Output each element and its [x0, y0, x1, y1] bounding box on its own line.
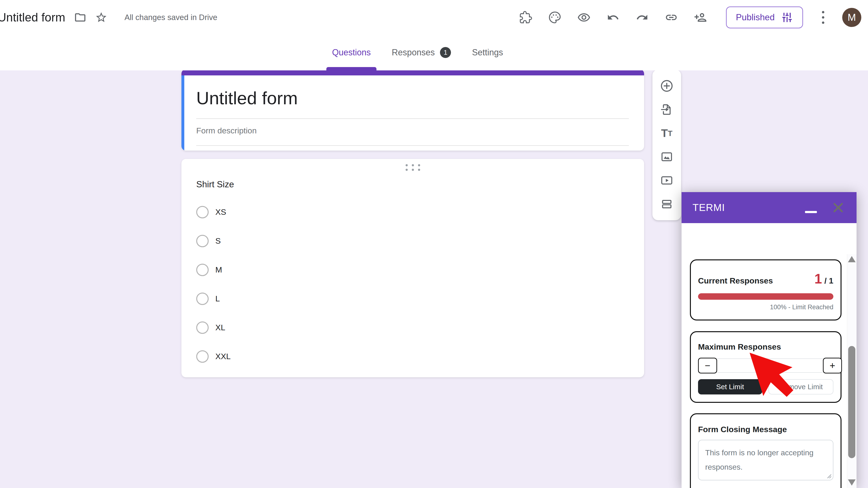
- more-options-button[interactable]: [818, 11, 828, 24]
- decrement-button[interactable]: −: [698, 358, 717, 373]
- drag-handle[interactable]: [405, 164, 421, 171]
- kebab-dot: [822, 16, 824, 19]
- closing-message-textarea[interactable]: This form is no longer accepting respons…: [698, 440, 833, 480]
- limit-value-input[interactable]: [717, 358, 823, 373]
- active-tab-underline: [326, 67, 376, 70]
- option-row: S: [196, 226, 644, 255]
- topbar-actions: Published M: [518, 6, 868, 28]
- eye-preview-icon: [577, 11, 591, 24]
- option-row: XXL: [196, 342, 644, 371]
- kebab-dot: [822, 11, 824, 13]
- option-row: L: [196, 284, 644, 313]
- form-title-input[interactable]: Untitled form: [196, 88, 644, 108]
- add-collaborators-button[interactable]: [693, 10, 708, 25]
- progress-bar: [698, 293, 833, 300]
- progress-fill: [698, 293, 833, 300]
- radio-icon[interactable]: [196, 206, 209, 218]
- person-add-icon: [694, 11, 707, 24]
- scroll-down-arrow-icon[interactable]: [848, 479, 856, 486]
- radio-icon[interactable]: [196, 235, 209, 247]
- panel-title: TERMI: [692, 202, 725, 213]
- import-file-icon: [660, 103, 674, 116]
- close-icon: [832, 202, 844, 214]
- current-responses-card: Current Responses 1 / 1 100% - Limit Rea…: [690, 259, 841, 321]
- close-button[interactable]: [831, 200, 845, 215]
- undo-button[interactable]: [606, 10, 620, 25]
- form-closing-message-card: Form Closing Message This form is no lon…: [690, 413, 841, 488]
- document-title[interactable]: Untitled form: [0, 10, 65, 24]
- redo-icon: [636, 11, 648, 24]
- add-title-button[interactable]: TT: [658, 125, 675, 142]
- save-status: All changes saved in Drive: [124, 13, 217, 22]
- panel-scrollbar[interactable]: [847, 254, 857, 488]
- increment-button[interactable]: +: [823, 358, 842, 373]
- count-limit: / 1: [824, 276, 833, 285]
- radio-icon[interactable]: [196, 350, 209, 363]
- video-icon: [660, 174, 674, 187]
- import-questions-button[interactable]: [658, 101, 675, 118]
- google-forms-editor: Untitled form All changes saved in Drive: [0, 0, 868, 488]
- copy-link-button[interactable]: [664, 10, 679, 25]
- scroll-up-arrow-icon[interactable]: [848, 256, 856, 262]
- section-icon: [660, 197, 674, 211]
- remove-limit-button[interactable]: Remove Limit: [769, 379, 834, 394]
- tabs-bar: Questions Responses 1 Settings: [0, 35, 868, 70]
- divider: [196, 145, 629, 146]
- closing-message-label: Form Closing Message: [698, 425, 833, 434]
- tab-questions[interactable]: Questions: [326, 35, 376, 70]
- account-avatar[interactable]: M: [842, 8, 861, 27]
- question-card: Shirt Size XS S M L XL: [181, 159, 644, 377]
- question-title[interactable]: Shirt Size: [196, 180, 644, 190]
- kebab-dot: [822, 22, 824, 24]
- tab-settings[interactable]: Settings: [466, 35, 509, 70]
- top-bar: Untitled form All changes saved in Drive: [0, 0, 868, 35]
- option-row: XS: [196, 198, 644, 226]
- radio-icon[interactable]: [196, 264, 209, 276]
- termi-addon-panel: TERMI Current Responses 1 / 1 100% -: [682, 192, 857, 488]
- palette-icon: [548, 11, 561, 24]
- minimize-button[interactable]: [804, 200, 818, 215]
- avatar-initial: M: [848, 12, 856, 23]
- form-header-card: Untitled form Form description: [181, 69, 644, 151]
- option-row: M: [196, 255, 644, 284]
- redo-button[interactable]: [635, 10, 650, 25]
- add-section-button[interactable]: [658, 195, 675, 213]
- panel-body: Current Responses 1 / 1 100% - Limit Rea…: [682, 223, 857, 488]
- set-limit-button[interactable]: Set Limit: [698, 379, 762, 394]
- add-question-button[interactable]: [658, 77, 675, 95]
- addons-button[interactable]: [518, 10, 533, 25]
- panel-header: TERMI: [682, 192, 857, 223]
- form-description-input[interactable]: Form description: [196, 126, 644, 135]
- move-folder-button[interactable]: [73, 10, 88, 25]
- publish-settings-sliders-icon: [781, 11, 793, 24]
- image-icon: [660, 150, 674, 163]
- limit-status-text: 100% - Limit Reached: [698, 303, 833, 311]
- radio-icon[interactable]: [196, 293, 209, 305]
- star-icon: [95, 11, 107, 24]
- published-label: Published: [736, 12, 775, 23]
- selected-card-stripe: [181, 75, 184, 151]
- option-row: XL: [196, 313, 644, 342]
- current-count: 1: [814, 271, 822, 287]
- folder-icon: [74, 11, 86, 24]
- maximum-responses-label: Maximum Responses: [698, 342, 833, 352]
- add-image-button[interactable]: [658, 148, 675, 165]
- star-button[interactable]: [94, 10, 108, 25]
- minimize-icon: [805, 211, 817, 213]
- undo-icon: [607, 11, 619, 24]
- responses-count-badge: 1: [440, 47, 451, 58]
- customize-theme-button[interactable]: [548, 10, 562, 25]
- link-icon: [665, 11, 678, 24]
- published-button[interactable]: Published: [726, 6, 803, 28]
- tab-responses[interactable]: Responses 1: [386, 35, 457, 70]
- text-title-icon: TT: [661, 128, 673, 139]
- puzzle-addons-icon: [519, 11, 532, 24]
- scrollbar-thumb[interactable]: [848, 346, 855, 458]
- response-limit-stepper: − +: [698, 358, 833, 373]
- radio-icon[interactable]: [196, 321, 209, 334]
- maximum-responses-card: Maximum Responses − + Set Limit Remove L…: [690, 331, 841, 403]
- add-video-button[interactable]: [658, 172, 675, 189]
- divider: [196, 118, 629, 119]
- preview-button[interactable]: [577, 10, 591, 25]
- add-circle-icon: [660, 79, 674, 93]
